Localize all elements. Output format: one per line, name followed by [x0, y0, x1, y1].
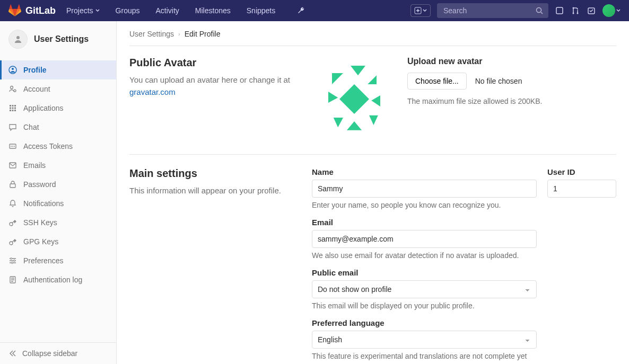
user-id-field-group: User ID — [547, 167, 616, 198]
chevron-down-icon — [616, 8, 621, 13]
svg-point-7 — [16, 36, 20, 39]
avatar-section-desc: You can upload an avatar here or change … — [129, 74, 299, 98]
svg-marker-34 — [332, 73, 343, 84]
sidebar-item-label: Preferences — [23, 256, 63, 265]
main-settings-desc: This information will appear on your pro… — [129, 185, 299, 197]
svg-point-31 — [12, 262, 13, 264]
sidebar-item-label: SSH Keys — [23, 218, 57, 227]
nav-groups[interactable]: Groups — [110, 6, 145, 15]
sidebar-item-ssh-keys[interactable]: SSH Keys — [0, 213, 116, 232]
svg-rect-20 — [14, 110, 16, 111]
public-email-label: Public email — [312, 268, 537, 277]
svg-marker-37 — [328, 92, 338, 103]
nav-milestones[interactable]: Milestones — [190, 6, 236, 15]
sidebar-item-label: Applications — [23, 104, 64, 112]
svg-rect-14 — [14, 105, 16, 106]
lock-icon — [8, 180, 17, 189]
sidebar-item-password[interactable]: Password — [0, 175, 116, 194]
search-icon — [536, 7, 543, 14]
public-email-help: This email will be displayed on your pub… — [312, 301, 537, 310]
svg-point-29 — [11, 258, 12, 260]
main-content: User Settings › Edit Profile Public Avat… — [117, 21, 629, 364]
svg-rect-19 — [12, 110, 14, 111]
sidebar-item-label: Access Tokens — [23, 142, 73, 150]
email-help: We also use email for avatar detection i… — [312, 251, 537, 260]
chevron-right-icon: › — [178, 31, 180, 37]
svg-rect-16 — [12, 108, 14, 109]
name-field-group: Name Enter your name, so people you know… — [312, 167, 537, 209]
nav-projects[interactable]: Projects — [61, 6, 105, 15]
merge-requests-icon[interactable] — [571, 6, 580, 15]
collapse-sidebar[interactable]: Collapse sidebar — [0, 342, 116, 364]
sliders-icon — [8, 256, 17, 265]
nav-snippets[interactable]: Snippets — [241, 6, 281, 15]
sidebar: User Settings Profile Account Applicatio… — [0, 21, 117, 364]
plus-icon — [414, 7, 422, 14]
choose-file-button[interactable]: Choose file... — [407, 73, 467, 90]
sidebar-item-label: GPG Keys — [23, 237, 58, 246]
gear-user-icon — [8, 85, 17, 93]
sidebar-item-label: Profile — [23, 66, 47, 74]
name-label: Name — [312, 167, 537, 176]
sidebar-header: User Settings — [0, 21, 116, 57]
svg-marker-39 — [334, 118, 343, 127]
todos-icon[interactable] — [587, 6, 596, 15]
key-icon — [8, 218, 17, 227]
name-help: Enter your name, so people you know can … — [312, 201, 537, 209]
sidebar-item-notifications[interactable]: Notifications — [0, 194, 116, 213]
language-select[interactable]: English — [312, 331, 537, 349]
chevron-down-icon — [95, 8, 100, 13]
sidebar-item-label: Emails — [23, 161, 46, 170]
public-email-select[interactable]: Do not show on profile — [312, 280, 537, 298]
wrench-icon[interactable] — [296, 6, 306, 15]
svg-marker-40 — [347, 121, 362, 130]
svg-rect-25 — [10, 163, 16, 168]
sidebar-item-label: Authentication log — [23, 276, 82, 284]
avatar-section-title: Public Avatar — [129, 57, 299, 69]
log-icon — [8, 276, 17, 284]
breadcrumb-current: Edit Profile — [185, 30, 221, 38]
token-icon — [8, 142, 17, 150]
collapse-label: Collapse sidebar — [22, 349, 77, 358]
user-menu[interactable] — [602, 4, 621, 17]
top-navbar: GitLab Projects Groups Activity Mileston… — [0, 0, 629, 21]
user-avatar-placeholder-icon — [8, 30, 28, 49]
sidebar-title: User Settings — [34, 34, 89, 44]
sidebar-item-profile[interactable]: Profile — [0, 60, 116, 79]
svg-marker-36 — [368, 75, 377, 84]
user-id-input[interactable] — [547, 180, 616, 198]
svg-point-4 — [577, 13, 579, 14]
email-label: Email — [312, 218, 537, 227]
sidebar-item-applications[interactable]: Applications — [0, 99, 116, 118]
nav-activity[interactable]: Activity — [151, 6, 185, 15]
language-help: This feature is experimental and transla… — [312, 352, 537, 360]
upload-title: Upload new avatar — [407, 57, 542, 66]
svg-rect-26 — [10, 184, 15, 188]
profile-icon — [8, 66, 17, 74]
svg-rect-17 — [14, 108, 16, 109]
svg-marker-41 — [369, 116, 378, 125]
sidebar-item-access-tokens[interactable]: Access Tokens — [0, 137, 116, 156]
svg-point-3 — [573, 13, 574, 14]
svg-rect-18 — [10, 110, 11, 111]
sidebar-item-chat[interactable]: Chat — [0, 118, 116, 137]
identicon-icon — [317, 62, 391, 136]
gitlab-logo[interactable]: GitLab — [8, 4, 56, 17]
svg-point-22 — [11, 146, 12, 147]
sidebar-item-gpg-keys[interactable]: GPG Keys — [0, 232, 116, 251]
avatar-preview — [312, 57, 397, 141]
email-input[interactable] — [312, 230, 537, 248]
sidebar-item-account[interactable]: Account — [0, 79, 116, 99]
sidebar-item-auth-log[interactable]: Authentication log — [0, 270, 116, 289]
name-input[interactable] — [312, 180, 537, 198]
sidebar-item-emails[interactable]: Emails — [0, 156, 116, 175]
sidebar-item-preferences[interactable]: Preferences — [0, 251, 116, 270]
gravatar-link[interactable]: gravatar.com — [129, 87, 176, 96]
breadcrumb-root[interactable]: User Settings — [129, 30, 174, 38]
svg-point-24 — [14, 146, 15, 147]
public-avatar-section: Public Avatar You can upload an avatar h… — [129, 57, 616, 155]
issues-icon[interactable] — [555, 6, 564, 15]
chevron-down-icon — [423, 8, 427, 13]
search-input[interactable] — [437, 3, 548, 18]
new-dropdown[interactable] — [410, 4, 431, 17]
